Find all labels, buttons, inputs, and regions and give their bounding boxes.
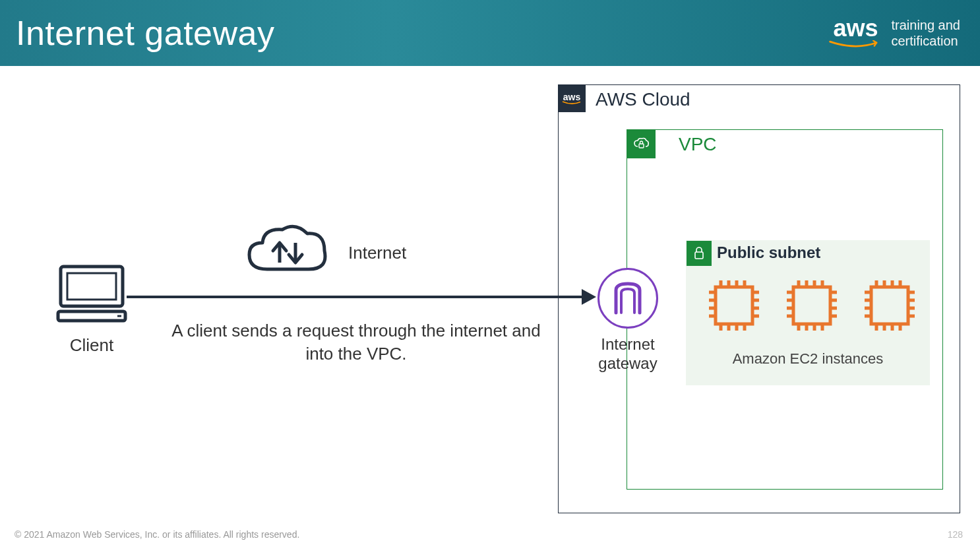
aws-cloud-badge-icon: aws xyxy=(558,84,586,112)
svg-rect-42 xyxy=(871,287,908,324)
internet-gateway-node xyxy=(597,268,658,329)
aws-logo-text: aws xyxy=(833,16,878,40)
svg-rect-2 xyxy=(58,311,125,321)
svg-rect-25 xyxy=(793,287,830,324)
aws-logo: aws xyxy=(829,16,882,49)
ec2-chip-icon xyxy=(784,278,840,333)
brand-sub-line2: certification xyxy=(891,33,960,49)
slide-header: Internet gateway aws training and certif… xyxy=(0,0,980,66)
public-subnet-label: Public subnet xyxy=(717,243,820,262)
internet-cloud-icon xyxy=(244,223,330,282)
ec2-caption: Amazon EC2 instances xyxy=(687,350,929,368)
aws-cloud-label: AWS Cloud xyxy=(596,89,690,110)
svg-rect-1 xyxy=(67,273,116,300)
subnet-badge-icon xyxy=(687,241,712,266)
vpc-label: VPC xyxy=(679,134,717,155)
copyright-text: © 2021 Amazon Web Services, Inc. or its … xyxy=(15,529,299,540)
client-computer-icon xyxy=(55,264,128,323)
svg-rect-7 xyxy=(695,252,703,259)
brand-sub-line1: training and xyxy=(891,17,960,33)
client-label: Client xyxy=(55,335,128,356)
ec2-chip-icon xyxy=(862,278,917,333)
lock-icon xyxy=(692,246,706,261)
client-block: Client xyxy=(55,264,128,356)
brand-sublabel: training and certification xyxy=(891,17,960,49)
ec2-instances-row xyxy=(706,278,917,333)
internet-gateway-label: Internet gateway xyxy=(582,335,674,373)
vpc-badge-icon xyxy=(627,129,656,158)
slide-title: Internet gateway xyxy=(16,13,274,53)
internet-gateway-icon xyxy=(612,281,644,315)
description-text: A client sends a request through the int… xyxy=(171,319,541,366)
svg-rect-8 xyxy=(716,287,752,324)
internet-block: Internet xyxy=(244,223,406,282)
page-number: 128 xyxy=(948,529,963,540)
cloud-lock-icon xyxy=(632,135,650,152)
aws-mini-swoosh-icon xyxy=(562,101,582,105)
ec2-chip-icon xyxy=(706,278,762,333)
aws-swoosh-icon xyxy=(829,40,882,49)
diagram-canvas: Client Internet A client sends a request… xyxy=(0,66,980,519)
request-arrow-line xyxy=(127,296,588,298)
aws-brand-block: aws training and certification xyxy=(829,16,960,49)
internet-label: Internet xyxy=(348,243,406,263)
public-subnet-box: Public subnet xyxy=(686,240,930,385)
svg-rect-6 xyxy=(639,144,644,148)
